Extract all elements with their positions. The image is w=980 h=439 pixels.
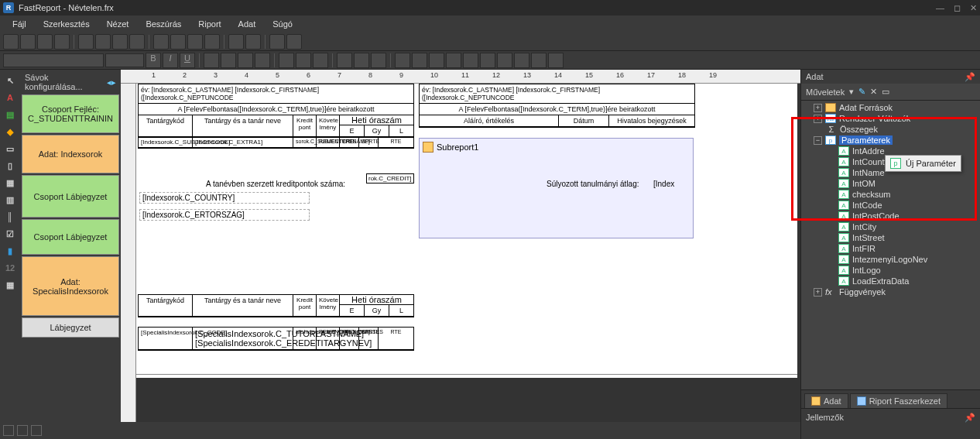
header-table-right[interactable]: év: [Indexsorok.C_LASTNAME] [Indexsorok.… (419, 84, 695, 128)
tree-system-vars[interactable]: +varRendszer Változók (803, 113, 978, 124)
align-left-button[interactable] (204, 53, 219, 68)
save-button[interactable] (37, 34, 53, 50)
valign-top-button[interactable] (279, 53, 294, 68)
menu-help[interactable]: Súgó (265, 18, 300, 30)
tab-adat[interactable]: Adat (804, 393, 848, 408)
table-tool[interactable]: ▦ (4, 177, 16, 189)
tree-param-3[interactable]: AIntOM (803, 178, 978, 189)
picture-tool[interactable]: ▤ (4, 108, 16, 121)
tree-param-8[interactable]: AIntStreet (803, 232, 978, 243)
data-row-left[interactable]: [Indexsorok.C_SUBJECTCODE] [Indexsorok.C… (138, 136, 414, 149)
status-sq-2[interactable] (17, 425, 28, 436)
credit-label[interactable]: A tanévben szerzett kreditpontok száma: (206, 180, 345, 188)
ungroup-button[interactable] (286, 34, 302, 50)
tree-param-12[interactable]: ALoadExtraData (803, 276, 978, 286)
font-color-button[interactable] (354, 53, 369, 68)
pin-icon[interactable]: 📌 (965, 72, 975, 82)
menu-report[interactable]: Riport (190, 18, 228, 30)
dropdown-icon[interactable]: ▾ (849, 87, 854, 97)
highlight-button[interactable] (371, 53, 386, 68)
status-sq-1[interactable] (3, 425, 14, 436)
field-country[interactable]: [Indexsorok.C_COUNTRY] (139, 192, 310, 204)
new-button[interactable] (3, 34, 19, 50)
tree-sums[interactable]: ΣÖsszegek (803, 124, 978, 135)
close-icon[interactable]: ✕ (970, 3, 977, 13)
band-data-1[interactable]: Adat: Indexsorok (22, 135, 119, 173)
band-data-2[interactable]: Adat: SpecialisIndexsorok (22, 256, 119, 316)
page-setup-button[interactable] (129, 34, 145, 50)
size-selector[interactable] (105, 53, 144, 67)
design-canvas[interactable]: év: [Indexsorok.C_LASTNAME] [Indexsorok.… (136, 84, 797, 378)
tree-param-10[interactable]: AIntezmenyiLogoNev (803, 254, 978, 265)
pin-icon[interactable]: 📌 (965, 413, 975, 423)
band-page-footer[interactable]: Lábjegyzet (22, 317, 119, 338)
tab-report-tree[interactable]: Riport Faszerkezet (850, 393, 947, 408)
credit-value[interactable]: rok.C_CREDIT] (366, 173, 414, 183)
tree-param-4[interactable]: Achecksum (803, 189, 978, 200)
font-selector[interactable] (3, 53, 104, 67)
align-justify-button[interactable] (255, 53, 270, 68)
collapse-icon[interactable]: ◂▸ (107, 77, 116, 87)
tree-parameters[interactable]: −pParaméterek (803, 135, 978, 146)
menu-view[interactable]: Nézet (99, 18, 137, 30)
open-button[interactable] (20, 34, 36, 50)
chart-tool[interactable]: ▮ (4, 245, 16, 257)
valign-middle-button[interactable] (296, 53, 311, 68)
tree-param-9[interactable]: AIntFIR (803, 243, 978, 254)
border-width-button[interactable] (531, 53, 547, 68)
band-group-footer-1[interactable]: Csoport Lábjegyzet (22, 175, 119, 218)
undo-button[interactable] (228, 34, 244, 50)
delete-page-button[interactable] (112, 34, 128, 50)
border-bottom-button[interactable] (412, 53, 427, 68)
bold-button[interactable]: B (146, 53, 161, 68)
menu-file[interactable]: Fájl (5, 18, 34, 30)
tree-param-7[interactable]: AIntCity (803, 221, 978, 232)
border-right-button[interactable] (446, 53, 461, 68)
tree-param-5[interactable]: AIntCode (803, 200, 978, 211)
subreport-tool[interactable]: ▯ (4, 159, 16, 172)
tree-data-sources[interactable]: +Adat Források (803, 102, 978, 113)
avg-value[interactable]: [Index (653, 180, 674, 188)
minimize-icon[interactable]: — (936, 3, 944, 13)
italic-button[interactable]: I (163, 53, 178, 68)
shape-tool[interactable]: ◆ (4, 125, 16, 138)
ops-label[interactable]: Műveletek (806, 87, 845, 97)
number-tool[interactable]: 12 (4, 262, 16, 274)
edit-icon[interactable]: ✎ (858, 87, 865, 97)
align-center-button[interactable] (221, 53, 236, 68)
menu-data[interactable]: Adat (231, 18, 264, 30)
format-painter-button[interactable] (204, 34, 220, 50)
header-table-left[interactable]: év: [Indexsorok.C_LASTNAME] [Indexsorok.… (138, 84, 414, 138)
border-left-button[interactable] (429, 53, 444, 68)
page-footer[interactable]: [Format("{0:D}",[Date])] Neptun - Egység… (136, 374, 797, 378)
border-color-button[interactable] (514, 53, 529, 68)
barcode-tool[interactable]: ║ (4, 211, 16, 223)
align-right-button[interactable] (238, 53, 253, 68)
new-page-button[interactable] (78, 34, 94, 50)
text-rotate-button[interactable] (337, 53, 352, 68)
copy-button[interactable] (170, 34, 186, 50)
data-tree[interactable]: +Adat Források +varRendszer Változók ΣÖs… (801, 101, 980, 389)
pointer-tool[interactable]: ↖ (4, 74, 16, 87)
cellular-tool[interactable]: ▦ (4, 279, 16, 291)
tree-param-6[interactable]: AIntPostCode (803, 211, 978, 221)
preview-button[interactable] (54, 34, 70, 50)
tree-functions[interactable]: +fxFüggvények (803, 286, 978, 297)
text-tool[interactable]: A (4, 91, 16, 104)
band-config-header[interactable]: Sávok konfigurálása... ◂▸ (22, 71, 119, 93)
delete-icon[interactable]: ✕ (870, 87, 877, 97)
fill-color-button[interactable] (497, 53, 512, 68)
border-none-button[interactable] (480, 53, 495, 68)
sp-header[interactable]: Tantárgykód Tantárgy és a tanár neve Kre… (138, 294, 414, 317)
context-menu[interactable]: p Új Paraméter (885, 155, 961, 172)
cut-button[interactable] (153, 34, 169, 50)
valign-bottom-button[interactable] (313, 53, 328, 68)
group-button[interactable] (269, 34, 285, 50)
band-group-header[interactable]: Csoport Fejléc: C_STUDENTTRAININ (22, 94, 119, 133)
avg-label[interactable]: Súlyozott tanulmányi átlag: (547, 180, 639, 188)
subreport-panel[interactable]: Subreport1 (419, 138, 694, 238)
band-group-footer-2[interactable]: Csoport Lábjegyzet (22, 219, 119, 255)
redo-button[interactable] (245, 34, 261, 50)
border-top-button[interactable] (395, 53, 410, 68)
field-ertorszag[interactable]: [Indexsorok.C_ERTORSZAG] (139, 209, 310, 221)
